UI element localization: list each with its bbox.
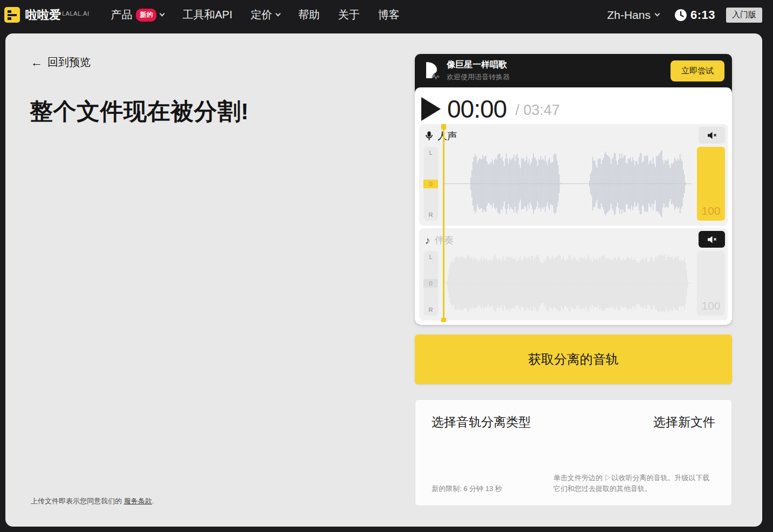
volume-value: 100	[697, 299, 725, 312]
terms-suffix: .	[152, 497, 154, 505]
options-header: 选择音轨分离类型 选择新文件	[432, 414, 715, 431]
try-now-button[interactable]: 立即尝试	[671, 60, 724, 81]
brand-subtitle: LALAL.AI	[62, 10, 89, 17]
vocals-track-head: 人声	[425, 129, 457, 142]
nav-help-label: 帮助	[298, 8, 320, 22]
banner-subtitle: 欢迎使用语音转换器	[447, 72, 663, 82]
accompaniment-waveform[interactable]	[443, 251, 692, 316]
nav-tools-label: 工具和API	[182, 8, 232, 22]
pan-value: 0	[423, 279, 438, 288]
minutes-remaining: 6:13	[690, 8, 715, 22]
terms-prefix: 上传文件即表示您同意我们的	[31, 497, 124, 505]
page-title: 整个文件现在被分割!	[30, 96, 249, 127]
accompaniment-mute-button[interactable]	[699, 231, 725, 248]
chevron-down-icon	[160, 11, 165, 17]
nav-about-label: 关于	[338, 8, 360, 22]
player-column: 像巨星一样唱歌 欢迎使用语音转换器 立即尝试 00:00 / 03:47	[415, 54, 732, 506]
current-time: 00:00	[447, 94, 507, 124]
terms-note: 上传文件即表示您同意我们的 服务条款.	[31, 496, 154, 506]
accompaniment-track-label: 伴奏	[435, 234, 454, 247]
nav-right-group: Zh-Hans 6:13 入门版	[607, 8, 762, 23]
accompaniment-pan-slider[interactable]: L 0 R	[423, 251, 438, 316]
back-to-preview-link[interactable]: ← 回到预览	[31, 55, 91, 70]
total-duration: / 03:47	[515, 102, 560, 119]
content-sheet: ← 回到预览 整个文件现在被分割! 上传文件即表示您同意我们的 服务条款. 像巨…	[5, 33, 762, 527]
language-label: Zh-Hans	[607, 9, 651, 22]
options-footer: 新的限制: 6 分钟 13 秒 单击文件旁边的 ▷以收听分离的音轨。升级以下载它…	[432, 473, 715, 494]
select-split-type-button[interactable]: 选择音轨分离类型	[432, 414, 531, 431]
nav-item-help[interactable]: 帮助	[298, 8, 320, 22]
top-navbar: 啦啦爱LALAL.AI 产品 新的 工具和API 定价 帮助 关于 博客 Zh-…	[0, 0, 773, 30]
vocals-pan-slider[interactable]: L 0 R	[423, 147, 438, 221]
mute-icon	[707, 132, 717, 139]
plan-badge[interactable]: 入门版	[726, 8, 762, 23]
nav-item-pricing[interactable]: 定价	[251, 8, 280, 22]
audio-player: 00:00 / 03:47 人声	[415, 87, 732, 325]
chevron-down-icon	[655, 11, 660, 17]
nav-products-label: 产品	[111, 8, 132, 22]
brand-name: 啦啦爱	[25, 8, 61, 22]
nav-item-products[interactable]: 产品 新的	[111, 8, 164, 22]
accompaniment-volume-slider[interactable]: 100	[697, 251, 725, 316]
pan-left-label: L	[423, 149, 438, 156]
clock-icon	[674, 9, 687, 22]
vocals-volume-slider[interactable]: 100	[697, 147, 725, 221]
back-arrow-icon: ←	[31, 57, 43, 69]
lalal-logo-icon	[4, 7, 20, 23]
listen-hint: 单击文件旁边的 ▷以收听分离的音轨。升级以下载它们和您过去提取的其他音轨。	[553, 473, 715, 494]
play-button[interactable]	[421, 97, 441, 121]
chevron-down-icon	[275, 11, 281, 17]
minutes-counter[interactable]: 6:13	[674, 8, 715, 22]
voice-changer-icon	[423, 62, 440, 80]
limit-note: 新的限制: 6 分钟 13 秒	[432, 484, 502, 494]
nav-item-tools-api[interactable]: 工具和API	[182, 8, 232, 22]
pan-value: 0	[423, 180, 438, 188]
nav-pricing-label: 定价	[251, 8, 272, 22]
vocals-mute-button[interactable]	[699, 127, 725, 144]
brand-logo[interactable]: 啦啦爱LALAL.AI	[4, 7, 89, 23]
transport-row: 00:00 / 03:47	[419, 92, 728, 124]
pan-left-label: L	[423, 254, 438, 260]
track-vocals: 人声 L 0 R 100	[419, 124, 728, 226]
pan-right-label: R	[423, 212, 438, 218]
get-separated-tracks-button[interactable]: 获取分离的音轨	[415, 335, 732, 384]
nav-menu: 产品 新的 工具和API 定价 帮助 关于 博客	[111, 8, 399, 22]
nav-blog-label: 博客	[378, 8, 400, 22]
voice-changer-banner: 像巨星一样唱歌 欢迎使用语音转换器 立即尝试	[415, 54, 732, 87]
accompaniment-track-head: ♪ 伴奏	[425, 234, 454, 247]
microphone-icon	[425, 131, 433, 141]
volume-value: 100	[697, 204, 725, 217]
nav-item-blog[interactable]: 博客	[378, 8, 400, 22]
music-note-icon: ♪	[425, 235, 430, 245]
options-card: 选择音轨分离类型 选择新文件 新的限制: 6 分钟 13 秒 单击文件旁边的 ▷…	[415, 399, 732, 506]
player-card-wrap: 像巨星一样唱歌 欢迎使用语音转换器 立即尝试 00:00 / 03:47	[415, 54, 732, 325]
pan-right-label: R	[423, 306, 438, 313]
track-accompaniment: ♪ 伴奏 L 0 R	[419, 228, 728, 320]
nav-item-about[interactable]: 关于	[338, 8, 360, 22]
select-new-file-button[interactable]: 选择新文件	[653, 414, 715, 431]
language-selector[interactable]: Zh-Hans	[607, 9, 659, 22]
banner-text: 像巨星一样唱歌 欢迎使用语音转换器	[447, 59, 663, 82]
vocals-waveform[interactable]	[443, 147, 692, 221]
mute-icon	[707, 236, 717, 243]
back-link-label: 回到预览	[47, 55, 91, 70]
banner-title: 像巨星一样唱歌	[447, 59, 663, 71]
terms-of-service-link[interactable]: 服务条款	[124, 497, 152, 505]
new-badge: 新的	[136, 9, 156, 22]
vocals-track-label: 人声	[437, 129, 457, 142]
